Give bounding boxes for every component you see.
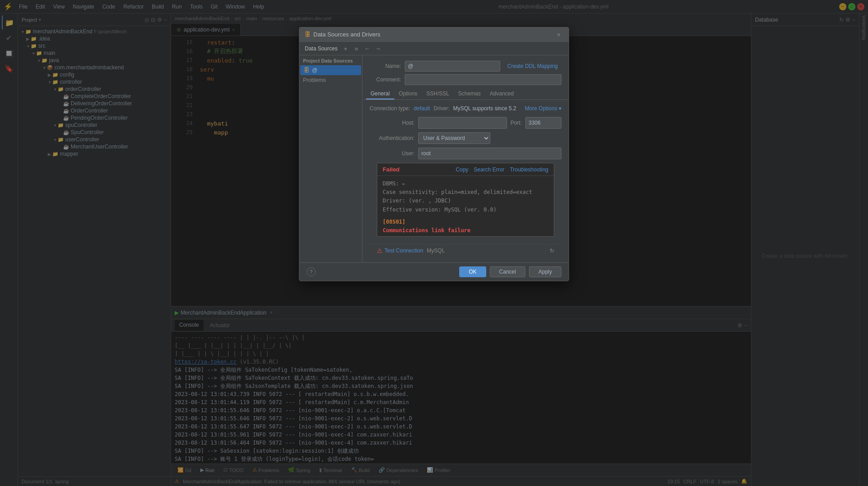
name-comment-fields: Name: Create DDL Mapping Comment: [362, 55, 569, 89]
error-header: Failed Copy Search Error Troubleshooting [377, 163, 554, 176]
dialog-sidebar: Project Data Sources 🗄 @ Problems [299, 55, 362, 262]
test-conn-db: MySQL [427, 248, 445, 254]
project-ds-label: Project Data Sources [299, 55, 362, 65]
ds-nav-right[interactable]: » [352, 44, 361, 53]
error-body: DBMS: ✏ Case sensitivity: plain=mixed, d… [377, 176, 554, 237]
copy-button[interactable]: Copy [456, 166, 468, 173]
user-label: User: [370, 150, 415, 157]
test-conn-refresh-icon[interactable]: ↻ [550, 248, 554, 254]
connection-type-row: Connection type: default Driver: MySQL s… [370, 105, 561, 112]
driver-value: MySQL supports since 5.2 [453, 105, 516, 112]
error-code: [08S01] [383, 218, 548, 226]
tab-general[interactable]: General [366, 89, 394, 99]
datasources-dialog: 🗄 Data Sources and Drivers × Data Source… [299, 27, 569, 281]
apply-button[interactable]: Apply [529, 266, 561, 277]
auth-select[interactable]: User & Password [418, 132, 490, 144]
conn-type-value[interactable]: default [414, 105, 430, 112]
ds-toolbar: Data Sources + » ← → [299, 42, 569, 55]
search-error-button[interactable]: Search Error [474, 166, 504, 173]
dialog-split: Project Data Sources 🗄 @ Problems Name: [299, 55, 569, 262]
ds-nav-back[interactable]: ← [363, 44, 372, 53]
ds-section-label: Data Sources [303, 45, 339, 52]
tab-options[interactable]: Options [394, 89, 422, 99]
troubleshooting-button[interactable]: Troubleshooting [510, 166, 548, 173]
more-options-btn[interactable]: More Options ▾ [525, 105, 561, 112]
error-title: Communications link failure [383, 226, 548, 235]
host-input[interactable] [418, 117, 507, 129]
ds-problems-label: Problems [299, 75, 362, 85]
error-dbms: DBMS: ✏ [383, 180, 548, 188]
dialog-title: 🗄 Data Sources and Drivers [305, 31, 380, 38]
test-conn-error-icon: ⚠ [377, 247, 383, 254]
tab-advanced[interactable]: Advanced [485, 89, 518, 99]
port-label: Port: [511, 120, 522, 126]
failed-badge: Failed [383, 166, 400, 173]
user-row: User: [370, 148, 561, 159]
comment-field-row: Comment: [370, 74, 561, 85]
config-tabs: General Options SSH/SSL Schemas Advanced [362, 89, 569, 100]
dialog-footer: ? OK Cancel Apply [299, 262, 569, 281]
name-field-row: Name: Create DDL Mapping [370, 61, 561, 72]
name-input[interactable] [405, 61, 500, 72]
driver-label: Driver: [434, 105, 449, 112]
dialog-body: Data Sources + » ← → Project Data Source… [299, 42, 569, 262]
cancel-button[interactable]: Cancel [490, 266, 525, 277]
edit-dbms-icon[interactable]: ✏ [402, 180, 405, 187]
db-icon: 🗄 [304, 67, 309, 73]
config-panel-general: Connection type: default Driver: MySQL s… [362, 100, 569, 262]
test-connection-row: ⚠ Test Connection MySQL ↻ [370, 244, 561, 257]
dialog-config: Name: Create DDL Mapping Comment: Genera… [362, 55, 569, 262]
create-ddl-button[interactable]: Create DDL Mapping [504, 62, 561, 70]
host-label: Host: [370, 120, 415, 126]
conn-type-label: Connection type: [370, 105, 410, 112]
dialog-title-bar: 🗄 Data Sources and Drivers × [299, 27, 569, 42]
user-input[interactable] [418, 148, 561, 159]
comment-input[interactable] [405, 74, 561, 85]
modal-overlay: 🗄 Data Sources and Drivers × Data Source… [0, 0, 868, 486]
tab-schemas[interactable]: Schemas [454, 89, 485, 99]
auth-row: Authentication: User & Password [370, 132, 561, 144]
dialog-close-button[interactable]: × [554, 30, 563, 39]
error-section: Failed Copy Search Error Troubleshooting… [377, 163, 554, 237]
auth-label: Authentication: [370, 135, 415, 141]
ok-button[interactable]: OK [459, 266, 486, 277]
tab-sshssl[interactable]: SSH/SSL [422, 89, 454, 99]
help-button[interactable]: ? [307, 267, 316, 276]
error-case-sensitivity: Case sensitivity: plain=mixed, delimited… [383, 188, 548, 197]
ds-add-button[interactable]: + [341, 44, 350, 53]
error-effective-version: Effective version: MySQL (ver. 0.0) [383, 206, 548, 214]
datasource-icon: 🗄 [305, 31, 311, 38]
comment-label: Comment: [370, 76, 401, 83]
port-input[interactable] [525, 117, 561, 129]
error-driver-info: Driver: (ver. , JDBC) [383, 197, 548, 205]
name-label: Name: [370, 63, 401, 69]
ds-nav-forward[interactable]: → [374, 44, 383, 53]
test-connection-button[interactable]: ⚠ Test Connection [377, 247, 423, 254]
ds-item-selected[interactable]: 🗄 @ [300, 65, 361, 75]
error-actions: Copy Search Error Troubleshooting [456, 166, 548, 173]
host-port-row: Host: Port: [370, 117, 561, 129]
